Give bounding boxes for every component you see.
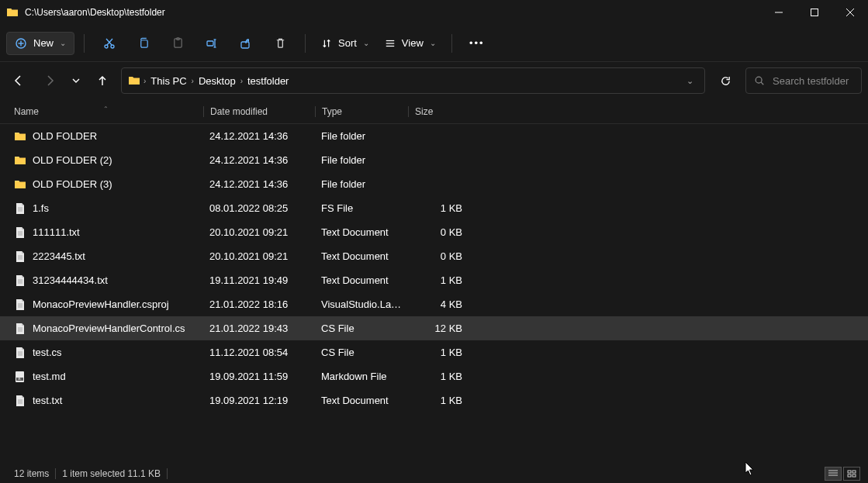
svg-point-22 bbox=[756, 77, 762, 83]
table-row[interactable]: OLD FOLDER (2)24.12.2021 14:36File folde… bbox=[0, 148, 868, 172]
table-row[interactable]: test.txt19.09.2021 12:19Text Document1 K… bbox=[0, 388, 868, 412]
chevron-down-icon: ⌄ bbox=[363, 39, 369, 47]
cell-size: 1 KB bbox=[408, 395, 469, 406]
refresh-button[interactable] bbox=[711, 67, 739, 94]
breadcrumb-item[interactable]: This PC bbox=[146, 75, 191, 87]
cell-name: M↓test.md bbox=[8, 371, 203, 383]
file-name: 31234444434.txt bbox=[33, 274, 108, 286]
table-row[interactable]: test.cs11.12.2021 08:54CS File1 KB bbox=[0, 340, 868, 364]
header-type[interactable]: Type bbox=[315, 106, 408, 117]
file-name: test.md bbox=[33, 371, 66, 382]
svg-rect-57 bbox=[852, 474, 856, 477]
file-name: MonacoPreviewHandlerControl.cs bbox=[33, 323, 185, 334]
cell-type: CS File bbox=[315, 323, 408, 334]
close-button[interactable] bbox=[832, 0, 868, 25]
cell-date: 21.01.2022 19:43 bbox=[203, 323, 315, 334]
thumbnails-view-button[interactable] bbox=[843, 467, 860, 481]
breadcrumb-item[interactable]: testfolder bbox=[243, 75, 293, 87]
copy-button[interactable] bbox=[128, 29, 159, 57]
cell-date: 20.10.2021 09:21 bbox=[203, 226, 315, 238]
cell-type: Text Document bbox=[315, 274, 408, 286]
view-button[interactable]: View ⌄ bbox=[379, 33, 442, 53]
window-controls bbox=[761, 0, 868, 25]
navigation-bar: › This PC › Desktop › testfolder ⌄ Searc… bbox=[0, 62, 868, 99]
table-row[interactable]: MonacoPreviewHandlerControl.cs21.01.2022… bbox=[0, 316, 868, 340]
cell-type: Text Document bbox=[315, 226, 408, 238]
cell-date: 19.09.2021 11:59 bbox=[203, 371, 315, 382]
search-icon bbox=[754, 75, 765, 86]
table-row[interactable]: M↓test.md19.09.2021 11:59Markdown File1 … bbox=[0, 364, 868, 388]
toolbar: New ⌄ Sort ⌄ View ⌄ ••• bbox=[0, 25, 868, 62]
chevron-down-icon: ⌄ bbox=[430, 39, 436, 47]
folder-icon bbox=[128, 74, 140, 87]
search-input[interactable]: Search testfolder bbox=[745, 67, 862, 94]
table-row[interactable]: 31234444434.txt19.11.2021 19:49Text Docu… bbox=[0, 268, 868, 292]
cell-name: OLD FOLDER (2) bbox=[8, 154, 203, 167]
separator bbox=[451, 34, 452, 53]
status-selection: 1 item selected 11.1 KB bbox=[56, 468, 168, 479]
cell-type: FS File bbox=[315, 202, 408, 214]
cell-name: test.txt bbox=[8, 395, 203, 407]
sort-icon bbox=[321, 38, 332, 49]
up-button[interactable] bbox=[90, 68, 115, 93]
cell-date: 20.10.2021 09:21 bbox=[203, 250, 315, 262]
minimize-button[interactable] bbox=[761, 0, 797, 25]
new-button[interactable]: New ⌄ bbox=[6, 32, 74, 55]
svg-point-7 bbox=[105, 45, 108, 48]
cell-name: test.cs bbox=[8, 347, 203, 359]
paste-button[interactable] bbox=[162, 29, 193, 57]
breadcrumb-item[interactable]: Desktop bbox=[194, 75, 240, 87]
svg-rect-11 bbox=[140, 40, 147, 47]
header-date[interactable]: Date modified bbox=[203, 106, 315, 117]
maximize-button[interactable] bbox=[797, 0, 832, 25]
cell-type: Text Document bbox=[315, 395, 408, 406]
cell-size: 1 KB bbox=[408, 347, 469, 358]
delete-button[interactable] bbox=[265, 29, 296, 57]
cell-size: 12 KB bbox=[408, 323, 469, 334]
file-icon bbox=[14, 395, 26, 407]
svg-text:M↓: M↓ bbox=[18, 378, 22, 381]
svg-point-8 bbox=[111, 45, 114, 48]
cell-type: File folder bbox=[315, 130, 408, 142]
sort-button[interactable]: Sort ⌄ bbox=[315, 33, 375, 53]
search-placeholder: Search testfolder bbox=[773, 75, 849, 87]
cell-name: 31234444434.txt bbox=[8, 274, 203, 287]
cell-date: 24.12.2021 14:36 bbox=[203, 178, 315, 190]
recent-button[interactable] bbox=[68, 68, 84, 93]
view-label: View bbox=[402, 37, 424, 49]
table-row[interactable]: 111111.txt20.10.2021 09:21Text Document0… bbox=[0, 220, 868, 244]
file-name: OLD FOLDER (2) bbox=[33, 154, 112, 166]
title-bar: C:\Users\aaron\Desktop\testfolder bbox=[0, 0, 868, 25]
chevron-down-icon: ⌄ bbox=[60, 39, 66, 47]
cell-type: File folder bbox=[315, 178, 408, 190]
back-button[interactable] bbox=[6, 68, 31, 93]
table-row[interactable]: MonacoPreviewHandler.csproj21.01.2022 18… bbox=[0, 292, 868, 316]
file-icon bbox=[14, 274, 26, 287]
file-icon bbox=[14, 226, 26, 239]
cell-date: 24.12.2021 14:36 bbox=[203, 154, 315, 166]
table-row[interactable]: OLD FOLDER (3)24.12.2021 14:36File folde… bbox=[0, 172, 868, 196]
details-view-button[interactable] bbox=[825, 467, 842, 481]
rename-button[interactable] bbox=[196, 29, 227, 57]
svg-rect-18 bbox=[241, 42, 249, 48]
share-button[interactable] bbox=[230, 29, 261, 57]
table-row[interactable]: OLD FOLDER24.12.2021 14:36File folder bbox=[0, 124, 868, 148]
table-row[interactable]: 2223445.txt20.10.2021 09:21Text Document… bbox=[0, 244, 868, 268]
sort-label: Sort bbox=[338, 37, 357, 49]
svg-rect-56 bbox=[848, 474, 851, 477]
forward-button[interactable] bbox=[37, 68, 62, 93]
column-headers: Name⌃ Date modified Type Size bbox=[0, 99, 868, 124]
table-row[interactable]: 1.fs08.01.2022 08:25FS File1 KB bbox=[0, 196, 868, 220]
window-title: C:\Users\aaron\Desktop\testfolder bbox=[25, 7, 761, 18]
header-size[interactable]: Size bbox=[408, 106, 469, 117]
file-list: OLD FOLDER24.12.2021 14:36File folderOLD… bbox=[0, 124, 868, 412]
cut-button[interactable] bbox=[94, 29, 125, 57]
cell-type: VisualStudio.Laun... bbox=[315, 298, 408, 310]
more-button[interactable]: ••• bbox=[462, 29, 493, 57]
file-icon bbox=[14, 202, 26, 215]
address-bar[interactable]: › This PC › Desktop › testfolder ⌄ bbox=[121, 67, 705, 94]
chevron-down-icon[interactable]: ⌄ bbox=[682, 76, 698, 86]
cell-size: 0 KB bbox=[408, 250, 469, 262]
header-name[interactable]: Name⌃ bbox=[8, 106, 203, 117]
file-name: OLD FOLDER (3) bbox=[33, 178, 112, 190]
